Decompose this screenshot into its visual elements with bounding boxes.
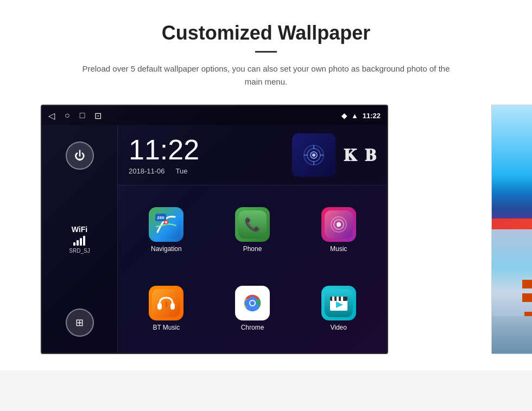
nav-map-svg: 280	[152, 210, 180, 239]
clock-date: 2018-11-06 Tue	[129, 167, 199, 175]
navigation-label: Navigation	[151, 245, 182, 253]
music-icon: ♪	[321, 207, 356, 242]
title-divider	[255, 51, 277, 53]
svg-point-12	[165, 221, 167, 223]
wifi-bar-2	[77, 240, 79, 246]
status-right-icons: ◆ ▲ 11:22	[341, 112, 381, 120]
svg-text:📞: 📞	[244, 216, 261, 232]
svg-text:280: 280	[157, 215, 165, 220]
status-time: 11:22	[363, 112, 381, 120]
nav-map: 280	[149, 207, 183, 242]
bt-music-icon: ᛒ	[149, 286, 183, 320]
svg-rect-21	[157, 303, 162, 310]
wifi-status-icon: ▲	[351, 112, 358, 120]
left-sidebar: ⏻ WiFi SRD_SJ ⊞	[42, 125, 118, 353]
page-subtitle: Preload over 5 default wallpaper options…	[76, 62, 456, 88]
power-button[interactable]: ⏻	[66, 142, 94, 170]
navigation-icon: 280	[149, 207, 183, 242]
signal-wave-icon	[302, 143, 326, 167]
date-value: 2018-11-06	[129, 167, 165, 175]
video-icon-svg	[325, 289, 353, 317]
video-icon-box	[321, 286, 356, 320]
home-icon[interactable]: ○	[65, 111, 70, 120]
center-main: 11:22 2018-11-06 Tue	[118, 125, 387, 353]
android-screen: ◁ ○ □ ⊡ ◆ ▲ 11:22 ⏻	[41, 105, 388, 354]
video-label: Video	[330, 324, 346, 331]
app-item-navigation[interactable]: 280 Navigation	[123, 191, 210, 269]
phone-icon: 📞	[235, 207, 270, 242]
status-left-icons: ◁ ○ □ ⊡	[48, 111, 102, 121]
svg-point-28	[250, 301, 255, 305]
square-icon[interactable]: □	[80, 111, 85, 120]
header-section: Customized Wallpaper Preload over 5 defa…	[33, 22, 499, 88]
wifi-bars	[69, 236, 90, 246]
red-bar	[492, 219, 532, 229]
golden-gate-image	[492, 230, 532, 354]
app-item-bt-music[interactable]: ᛒ BT Music	[123, 269, 210, 348]
wifi-label: WiFi	[69, 225, 90, 234]
music-label: Music	[330, 245, 347, 253]
music-icon-svg: ♪	[325, 210, 353, 239]
svg-rect-32	[332, 297, 334, 301]
app-item-video[interactable]: Video	[295, 269, 382, 348]
power-icon: ⏻	[74, 150, 85, 162]
wifi-bar-3	[80, 238, 82, 246]
chrome-icon	[235, 286, 270, 320]
clock-time: 11:22	[129, 136, 199, 164]
clock-section: 11:22 2018-11-06 Tue	[118, 125, 387, 185]
clock-left: 11:22 2018-11-06 Tue	[129, 136, 199, 175]
screen-body: ⏻ WiFi SRD_SJ ⊞	[42, 125, 387, 353]
page-title: Customized Wallpaper	[33, 22, 499, 44]
device-wrapper: ◁ ○ □ ⊡ ◆ ▲ 11:22 ⏻	[41, 105, 491, 354]
b-shortcut[interactable]: 𝐁	[365, 145, 376, 165]
back-icon[interactable]: ◁	[48, 111, 55, 121]
chrome-label: Chrome	[241, 324, 264, 331]
wifi-info: WiFi SRD_SJ	[69, 225, 90, 254]
grid-icon: ⊞	[75, 317, 84, 329]
wallpapers-panel: CarSetting	[491, 105, 532, 354]
app-grid: 280 Navigation	[118, 185, 387, 353]
wifi-bar-1	[73, 242, 75, 246]
svg-point-3	[312, 153, 315, 157]
wallpaper-golden-gate[interactable]: CarSetting	[491, 230, 532, 355]
svg-text:♪: ♪	[336, 219, 341, 229]
status-bar: ◁ ○ □ ⊡ ◆ ▲ 11:22	[42, 106, 387, 125]
day-value: Tue	[176, 167, 188, 175]
chrome-icon-svg	[240, 291, 264, 315]
wifi-widget[interactable]	[292, 133, 335, 177]
phone-label: Phone	[243, 245, 262, 253]
svg-rect-22	[170, 303, 175, 310]
svg-rect-33	[337, 297, 339, 301]
all-apps-button[interactable]: ⊞	[66, 309, 94, 337]
bt-icon-svg: ᛒ	[152, 289, 180, 317]
app-item-phone[interactable]: 📞 Phone	[210, 191, 296, 269]
location-icon: ◆	[341, 112, 347, 120]
app-item-chrome[interactable]: Chrome	[210, 269, 296, 348]
wifi-bar-4	[83, 236, 85, 246]
wifi-ssid: SRD_SJ	[69, 248, 90, 254]
page-container: Customized Wallpaper Preload over 5 defa…	[0, 0, 532, 370]
k-shortcut[interactable]: 𝐊	[344, 145, 357, 165]
svg-rect-34	[341, 297, 343, 301]
svg-text:ᛒ: ᛒ	[164, 300, 168, 308]
phone-icon-svg: 📞	[238, 210, 267, 239]
wallpaper-ice-cave[interactable]	[491, 105, 532, 230]
app-item-music[interactable]: ♪ Music	[295, 191, 382, 269]
gallery-icon[interactable]: ⊡	[94, 111, 102, 121]
bt-music-label: BT Music	[153, 324, 180, 331]
ice-cave-image	[492, 105, 532, 229]
clock-right: 𝐊 𝐁	[292, 133, 376, 177]
